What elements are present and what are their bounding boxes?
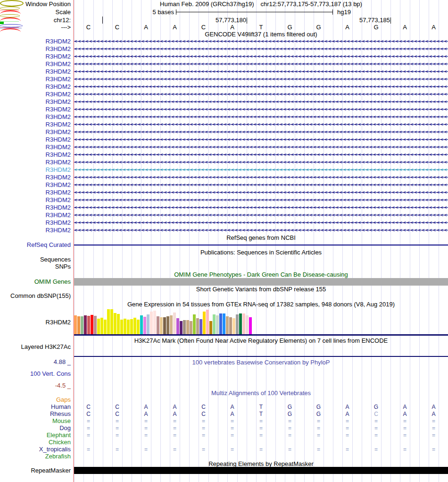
gtex-tissue-bar[interactable] — [117, 314, 120, 334]
gene-row-label[interactable]: R3HDM2 — [0, 53, 71, 60]
gtex-tissue-bar[interactable] — [219, 313, 222, 334]
gtex-tissue-bar[interactable] — [226, 316, 229, 334]
omim-gene-item[interactable] — [74, 278, 448, 286]
gtex-tissue-bar[interactable] — [100, 318, 103, 334]
gtex-tissue-bar[interactable] — [107, 309, 110, 334]
omim-track-title[interactable]: OMIM Gene Phenotypes - Dark Green Can Be… — [74, 271, 448, 278]
gtex-tissue-bar[interactable] — [229, 317, 232, 334]
gtex-tissue-bar[interactable] — [176, 318, 179, 334]
omim-genes-label[interactable]: OMIM Genes — [0, 279, 71, 285]
gene-transcript-row[interactable]: <<<<<<<<<<<<<<<<<<<<<<<<<<<<<<<<<<<<<<<<… — [74, 182, 448, 188]
gene-transcript-row[interactable]: <<<<<<<<<<<<<<<<<<<<<<<<<<<<<<<<<<<<<<<<… — [74, 167, 448, 173]
gene-row-label[interactable]: R3HDM2 — [0, 204, 71, 211]
gtex-tissue-bar[interactable] — [77, 316, 80, 334]
gene-row-label[interactable]: R3HDM2 — [0, 136, 71, 143]
gene-row-label[interactable]: R3HDM2 — [0, 189, 71, 196]
gtex-tissue-bar[interactable] — [223, 313, 225, 334]
repeatmasker-item[interactable] — [74, 467, 448, 474]
gene-row-label[interactable]: R3HDM2 — [0, 61, 71, 68]
gene-row-label[interactable]: R3HDM2 — [0, 114, 71, 120]
gtex-tissue-bar[interactable] — [140, 315, 143, 334]
layered-h3k27ac-label[interactable]: Layered H3K27Ac — [0, 344, 71, 350]
gtex-gene-label[interactable]: R3HDM2 — [0, 319, 71, 326]
repeatmasker-label[interactable]: RepeatMasker — [0, 467, 71, 474]
sequences-label[interactable]: Sequences — [0, 256, 71, 263]
common-dbsnp-label[interactable]: Common dbSNP(155) — [0, 293, 71, 299]
gtex-tissue-bar[interactable] — [74, 315, 77, 334]
gene-transcript-row[interactable]: <<<<<<<<<<<<<<<<<<<<<<<<<<<<<<<<<<<<<<<<… — [74, 53, 448, 60]
gtex-tissue-bar[interactable] — [160, 317, 163, 334]
gene-transcript-row[interactable]: <<<<<<<<<<<<<<<<<<<<<<<<<<<<<<<<<<<<<<<<… — [74, 159, 448, 166]
multiz-track-title[interactable]: Multiz Alignments of 100 Vertebrates — [74, 390, 448, 396]
gene-transcript-row[interactable]: <<<<<<<<<<<<<<<<<<<<<<<<<<<<<<<<<<<<<<<<… — [74, 189, 448, 196]
gene-row-label[interactable]: R3HDM2 — [0, 129, 71, 135]
gtex-tissue-bar[interactable] — [203, 312, 206, 334]
h3k27ac-track-title[interactable]: H3K27Ac Mark (Often Found Near Active Re… — [74, 338, 448, 344]
gtex-tissue-bar[interactable] — [84, 315, 87, 334]
gene-transcript-row[interactable]: <<<<<<<<<<<<<<<<<<<<<<<<<<<<<<<<<<<<<<<<… — [74, 99, 448, 105]
refseq-curated-label[interactable]: RefSeq Curated — [0, 242, 71, 248]
gene-transcript-row[interactable]: <<<<<<<<<<<<<<<<<<<<<<<<<<<<<<<<<<<<<<<<… — [74, 227, 448, 234]
gtex-tissue-bar[interactable] — [94, 316, 97, 334]
gene-transcript-row[interactable]: <<<<<<<<<<<<<<<<<<<<<<<<<<<<<<<<<<<<<<<<… — [74, 129, 448, 135]
gtex-tissue-bar[interactable] — [180, 321, 183, 334]
gene-transcript-row[interactable]: <<<<<<<<<<<<<<<<<<<<<<<<<<<<<<<<<<<<<<<<… — [74, 144, 448, 151]
gtex-tissue-bar[interactable] — [143, 317, 146, 334]
gene-row-label[interactable]: R3HDM2 — [0, 197, 71, 203]
gene-row-label[interactable]: R3HDM2 — [0, 99, 71, 105]
gene-row-label[interactable]: R3HDM2 — [0, 106, 71, 113]
gene-transcript-row[interactable]: <<<<<<<<<<<<<<<<<<<<<<<<<<<<<<<<<<<<<<<<… — [74, 114, 448, 120]
species-label-mouse[interactable]: Mouse — [0, 418, 71, 424]
gtex-tissue-bar[interactable] — [232, 318, 235, 334]
gencode-track-title[interactable]: GENCODE V49lift37 (1 items filtered out) — [74, 31, 448, 37]
species-label-human[interactable]: Human — [0, 404, 71, 410]
gtex-tissue-bar[interactable] — [216, 315, 219, 334]
gene-row-label[interactable]: R3HDM2 — [0, 212, 71, 219]
gene-transcript-row[interactable]: <<<<<<<<<<<<<<<<<<<<<<<<<<<<<<<<<<<<<<<<… — [74, 84, 448, 90]
gene-row-label[interactable]: R3HDM2 — [0, 84, 71, 90]
gtex-tissue-bar[interactable] — [133, 318, 136, 334]
species-label-elephant[interactable]: Elephant — [0, 432, 71, 439]
gtex-tissue-bar[interactable] — [249, 317, 252, 334]
repeatmasker-track-title[interactable]: Repeating Elements by RepeatMasker — [74, 461, 448, 467]
gene-row-label[interactable]: R3HDM2 — [0, 91, 71, 98]
gene-row-label[interactable]: R3HDM2 — [0, 144, 71, 151]
gtex-tissue-bar[interactable] — [91, 315, 93, 334]
publications-track-title[interactable]: Publications: Sequences in Scientific Ar… — [74, 249, 448, 255]
gene-transcript-row[interactable]: <<<<<<<<<<<<<<<<<<<<<<<<<<<<<<<<<<<<<<<<… — [74, 68, 448, 75]
gene-row-label[interactable]: R3HDM2 — [0, 152, 71, 158]
gene-row-label[interactable]: R3HDM2 — [0, 182, 71, 188]
species-label-zebrafish[interactable]: Zebrafish — [0, 453, 71, 460]
species-label-x_tropicalis[interactable]: X_tropicalis — [0, 446, 71, 453]
gtex-tissue-bar[interactable] — [87, 316, 90, 334]
gtex-tissue-bar[interactable] — [242, 313, 245, 334]
gtex-tissue-bar[interactable] — [120, 320, 123, 334]
species-label-chicken[interactable]: Chicken — [0, 439, 71, 446]
vert-cons-label[interactable]: 100 Vert. Cons — [0, 371, 71, 377]
gene-transcript-row[interactable]: <<<<<<<<<<<<<<<<<<<<<<<<<<<<<<<<<<<<<<<<… — [74, 106, 448, 113]
gtex-tissue-bar[interactable] — [206, 310, 209, 334]
snps-label[interactable]: SNPs — [0, 263, 71, 270]
gene-transcript-row[interactable]: <<<<<<<<<<<<<<<<<<<<<<<<<<<<<<<<<<<<<<<<… — [74, 197, 448, 203]
species-label-dog[interactable]: Dog — [0, 425, 71, 431]
conservation-track-title[interactable]: 100 vertebrates Basewise Conservation by… — [74, 359, 448, 365]
gene-row-label[interactable]: R3HDM2 — [0, 159, 71, 166]
gene-transcript-row[interactable]: <<<<<<<<<<<<<<<<<<<<<<<<<<<<<<<<<<<<<<<<… — [74, 76, 448, 83]
gaps-label[interactable]: Gaps — [0, 397, 71, 403]
refseq-curated-item[interactable] — [74, 245, 448, 245]
gene-row-label[interactable]: R3HDM2 — [0, 227, 71, 234]
gtex-tissue-bar[interactable] — [166, 316, 169, 334]
gtex-tissue-bar[interactable] — [186, 320, 189, 334]
gene-transcript-row[interactable]: <<<<<<<<<<<<<<<<<<<<<<<<<<<<<<<<<<<<<<<<… — [74, 38, 448, 45]
gene-transcript-row[interactable]: <<<<<<<<<<<<<<<<<<<<<<<<<<<<<<<<<<<<<<<<… — [74, 91, 448, 98]
gtex-tissue-bar[interactable] — [127, 320, 130, 334]
species-label-rhesus[interactable]: Rhesus — [0, 411, 71, 417]
gtex-tissue-bar[interactable] — [104, 320, 107, 334]
gtex-tissue-bar[interactable] — [236, 314, 239, 334]
gtex-tissue-bar[interactable] — [81, 316, 83, 334]
gtex-tissue-bar[interactable] — [97, 319, 100, 334]
gene-row-label[interactable]: R3HDM2 — [0, 76, 71, 83]
gtex-tissue-bar[interactable] — [110, 309, 113, 334]
gtex-tissue-bar[interactable] — [246, 315, 249, 334]
gtex-tissue-bar[interactable] — [114, 313, 116, 334]
